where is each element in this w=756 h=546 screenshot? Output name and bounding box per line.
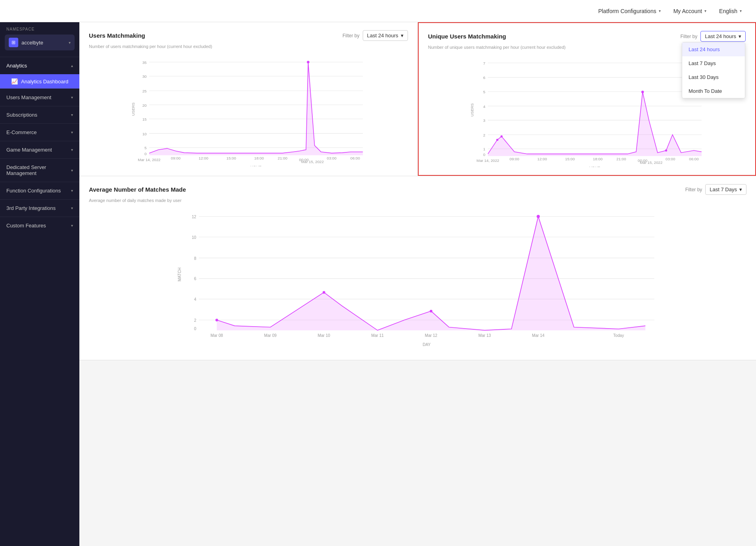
language-menu[interactable]: English ▾ [714,5,746,17]
svg-text:0: 0 [144,152,147,156]
svg-text:5: 5 [483,90,485,94]
namespace-chevron: ▾ [69,40,71,45]
sidebar-section-custom: Custom Features ▾ [0,217,79,234]
svg-text:Mar 15, 2022: Mar 15, 2022 [640,160,662,165]
sidebar-section-users-header[interactable]: Users Management ▾ [0,89,79,106]
svg-text:35: 35 [142,60,147,65]
custom-section-label: Custom Features [6,223,46,229]
svg-text:4: 4 [483,104,485,109]
language-chevron: ▾ [740,9,742,13]
subscriptions-chevron: ▾ [71,113,73,117]
svg-text:18:00: 18:00 [593,157,603,161]
chart1-subtitle: Number of users matchmaking per hour (cu… [89,44,408,49]
svg-text:03:00: 03:00 [327,156,337,160]
chart-unique-users-matchmaking: Unique Users Matchmaking Filter by Last … [418,22,756,176]
account-menu[interactable]: My Account ▾ [669,5,711,17]
chart3-filter-label: Filter by [685,187,702,192]
chart1-filter-value: Last 24 hours [367,33,398,38]
svg-text:12:00: 12:00 [199,156,209,160]
svg-text:Mar 11: Mar 11 [371,333,384,338]
analytics-chevron: ▴ [71,63,73,68]
svg-text:21:00: 21:00 [616,157,626,161]
sidebar-section-custom-header[interactable]: Custom Features ▾ [0,217,79,234]
top-navigation: Platform Configurations ▾ My Account ▾ E… [0,0,756,22]
sidebar-section-3rdparty-header[interactable]: 3rd Party Integrations ▾ [0,200,79,217]
svg-text:10: 10 [142,132,147,136]
platform-config-chevron: ▾ [659,9,661,13]
chart1-filter-select[interactable]: Last 24 hours ▾ [363,30,408,41]
svg-text:Mar 15, 2022: Mar 15, 2022 [301,160,324,164]
chart2-filter-select[interactable]: Last 24 hours ▾ Last 24 hours Last 7 Day… [700,31,746,42]
chart3-header: Average Number of Matches Made Filter by… [89,184,746,195]
svg-text:09:00: 09:00 [510,157,519,161]
sidebar-section-dedicated: Dedicated Server Management ▾ [0,158,79,182]
namespace-selector[interactable]: ⊞ accelbyte ▾ [5,35,75,50]
svg-text:0: 0 [194,327,196,331]
dropdown-option-24h[interactable]: Last 24 hours [682,42,745,56]
svg-text:15:00: 15:00 [565,157,575,161]
account-label: My Account [673,8,702,14]
chart1-svg: 35 30 25 20 15 10 5 0 USERS [89,54,408,165]
svg-text:3: 3 [483,118,485,123]
analytics-section-label: Analytics [6,63,27,69]
sidebar-section-game: Game Management ▾ [0,141,79,158]
chart3-filter-chevron: ▾ [739,186,742,192]
svg-text:25: 25 [142,89,147,93]
chart1-title: Users Matchmaking [89,32,145,39]
chart3-filter-select[interactable]: Last 7 Days ▾ [705,184,746,195]
account-chevron: ▾ [704,9,706,13]
dropdown-option-7d[interactable]: Last 7 Days [682,56,745,70]
game-section-label: Game Management [6,147,52,153]
sidebar-section-game-header[interactable]: Game Management ▾ [0,141,79,158]
chart3-svg: 12 10 8 6 4 2 0 MATCH [89,208,746,350]
svg-text:MATCH: MATCH [177,267,182,281]
ecommerce-chevron: ▾ [71,130,73,135]
platform-configurations-menu[interactable]: Platform Configurations ▾ [593,5,665,17]
svg-text:09:00: 09:00 [171,156,181,160]
function-chevron: ▾ [71,188,73,193]
svg-text:12: 12 [192,215,196,219]
chart2-filter-chevron: ▾ [739,33,741,39]
users-section-label: Users Management [6,94,51,100]
svg-point-77 [323,291,325,294]
analytics-dashboard-icon: 📈 [11,78,18,85]
game-chevron: ▾ [71,148,73,152]
sidebar-section-analytics: Analytics ▴ 📈 Analytics Dashboard [0,57,79,88]
users-chevron: ▾ [71,95,73,100]
sidebar-item-analytics-dashboard[interactable]: 📈 Analytics Dashboard [0,74,79,88]
svg-text:6: 6 [194,277,196,281]
svg-point-46 [496,139,498,141]
chart2-filter-wrapper: Filter by Last 24 hours ▾ Last 24 hours … [681,31,746,42]
svg-point-78 [430,310,433,313]
svg-point-47 [500,135,502,137]
chart3-title: Average Number of Matches Made [89,186,186,193]
chart2-filter-value: Last 24 hours [705,33,736,39]
sidebar-section-dedicated-header[interactable]: Dedicated Server Management ▾ [0,159,79,182]
sidebar-section-function-header[interactable]: Function Configurations ▾ [0,182,79,199]
namespace-name: accelbyte [21,40,65,46]
chart-users-matchmaking: Users Matchmaking Filter by Last 24 hour… [79,22,418,176]
svg-marker-45 [488,92,701,156]
svg-marker-75 [217,217,645,331]
svg-text:10: 10 [192,235,196,240]
chart3-filter-wrapper: Filter by Last 7 Days ▾ [685,184,746,195]
svg-text:Mar 09: Mar 09 [264,333,277,338]
svg-text:USERS: USERS [469,103,474,117]
chart2-title: Unique Users Matchmaking [428,33,506,40]
dropdown-option-mtd[interactable]: Month To Date [682,84,745,98]
svg-text:12:00: 12:00 [537,157,547,161]
sidebar-section-ecommerce: E-Commerce ▾ [0,123,79,141]
sidebar-section-subscriptions-header[interactable]: Subscriptions ▾ [0,106,79,123]
sidebar-section-ecommerce-header[interactable]: E-Commerce ▾ [0,124,79,141]
svg-text:5: 5 [144,146,146,150]
svg-text:0: 0 [483,152,485,157]
namespace-icon: ⊞ [9,38,18,47]
svg-text:30: 30 [142,74,147,79]
sidebar-section-analytics-header[interactable]: Analytics ▴ [0,57,79,74]
svg-point-76 [215,319,218,321]
svg-text:18:00: 18:00 [254,156,264,160]
svg-text:06:00: 06:00 [689,157,699,161]
sidebar-section-users: Users Management ▾ [0,88,79,106]
dedicated-section-label: Dedicated Server Management [6,164,71,176]
dropdown-option-30d[interactable]: Last 30 Days [682,70,745,84]
